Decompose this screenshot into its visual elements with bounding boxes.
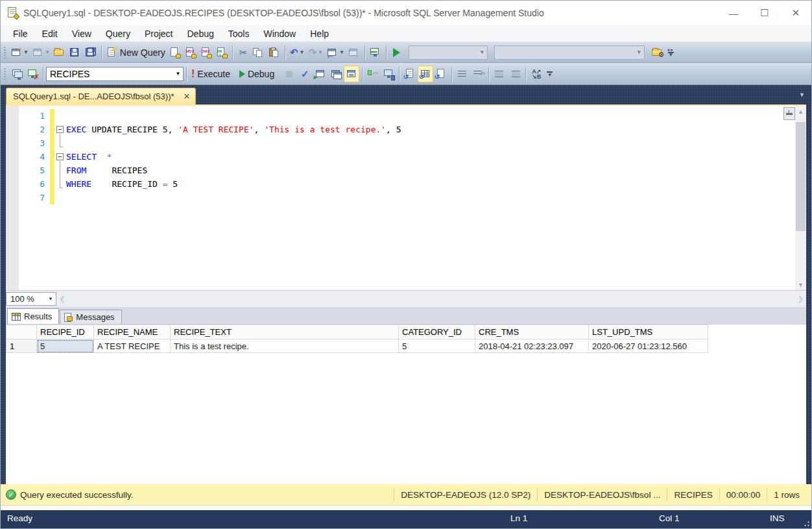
debug-button[interactable]: Debug: [237, 66, 276, 82]
tab-list-dropdown-icon[interactable]: ▼: [799, 92, 805, 98]
messages-icon: [64, 313, 73, 321]
close-button[interactable]: ✕: [780, 1, 811, 25]
menu-help[interactable]: Help: [303, 27, 336, 41]
menu-project[interactable]: Project: [137, 27, 180, 41]
change-tracking-bar: [50, 109, 54, 123]
row-header[interactable]: 1: [6, 339, 37, 353]
grid-cell[interactable]: A TEST RECIPE: [94, 339, 171, 353]
column-header-category_id[interactable]: CATEGORY_ID: [399, 325, 475, 339]
breakpoint-margin[interactable]: [6, 106, 19, 290]
estimated-plan-button[interactable]: ▸: [313, 66, 328, 82]
database-combobox[interactable]: RECIPES ▼: [46, 67, 184, 81]
column-header-recipe_text[interactable]: RECIPE_TEXT: [171, 325, 399, 339]
decrease-indent-button[interactable]: [492, 66, 507, 82]
maximize-button[interactable]: ☐: [749, 1, 780, 25]
toolbar-combobox-1[interactable]: ▼: [409, 45, 488, 60]
menu-view[interactable]: View: [65, 27, 99, 41]
grid-cell[interactable]: 5: [37, 339, 94, 353]
template-parameters-button[interactable]: ↔: [365, 66, 381, 82]
editor-vertical-scrollbar[interactable]: ▲ ▼: [795, 106, 806, 290]
scroll-right-icon[interactable]: ❯: [794, 295, 806, 303]
execute-button[interactable]: !Execute: [189, 66, 232, 82]
collapse-toggle[interactable]: [54, 123, 66, 136]
editor-line-7[interactable]: 7: [19, 191, 806, 204]
collapse-minus-icon[interactable]: [56, 126, 64, 133]
parse-button[interactable]: ✓: [297, 66, 313, 82]
start-button[interactable]: [389, 44, 405, 61]
tab-results[interactable]: Results: [7, 308, 59, 324]
save-all-button[interactable]: [83, 44, 99, 61]
grid-cell[interactable]: This is a test recipe.: [171, 339, 399, 353]
editor-line-5[interactable]: 5FROM RECIPES: [19, 164, 806, 177]
menu-debug[interactable]: Debug: [180, 27, 221, 41]
comment-button[interactable]: [455, 66, 470, 82]
code-editor[interactable]: 12EXEC UPDATE_RECIPE 5, 'A TEST RECIPE',…: [6, 106, 806, 290]
toolbar-overflow-button[interactable]: ▸▸▼: [668, 48, 674, 57]
scroll-left-icon[interactable]: ❮: [56, 295, 68, 303]
results-to-file-button[interactable]: ↺: [433, 66, 449, 82]
results-to-text-button[interactable]: ↺: [402, 66, 418, 82]
grid-cell[interactable]: 2018-04-21 02:23:23.097: [475, 339, 589, 353]
menu-edit[interactable]: Edit: [35, 27, 65, 41]
grid-corner-cell[interactable]: [6, 325, 37, 339]
toolbar-overflow-button[interactable]: ▼: [547, 71, 553, 77]
column-header-recipe_id[interactable]: RECIPE_ID: [37, 325, 94, 339]
increase-indent-button[interactable]: [507, 66, 523, 82]
menu-window[interactable]: Window: [256, 27, 303, 41]
navigate-backward-button[interactable]: ←▼: [325, 44, 346, 61]
grid-cell[interactable]: 5: [399, 339, 475, 353]
results-to-grid-button[interactable]: ↺: [418, 66, 433, 82]
editor-line-4[interactable]: 4SELECT *: [19, 150, 806, 164]
save-button[interactable]: [67, 44, 83, 61]
toolbar-grip[interactable]: [3, 46, 6, 59]
editor-line-1[interactable]: 1: [19, 109, 806, 123]
tab-sqlquery1[interactable]: SQLQuery1.sql - DE...ADEOJS\fbsol (53))*…: [6, 88, 196, 105]
collapse-minus-icon[interactable]: [56, 153, 64, 160]
undo-button[interactable]: ↶▼: [288, 44, 307, 61]
splitter-handle[interactable]: [783, 107, 795, 120]
mdx-query-button[interactable]: MDX: [183, 44, 198, 61]
cut-button[interactable]: ✂: [235, 44, 251, 61]
activity-monitor-button[interactable]: [368, 44, 383, 61]
find-in-files-button[interactable]: ⚙: [650, 44, 665, 61]
database-engine-query-button[interactable]: [167, 44, 183, 61]
close-tab-icon[interactable]: ✕: [184, 92, 191, 101]
query-options-button[interactable]: [328, 66, 344, 82]
minimize-button[interactable]: —: [718, 1, 749, 25]
zoom-combobox[interactable]: 100 % ▼: [6, 292, 56, 306]
new-query-button[interactable]: ⚡ New Query: [104, 44, 167, 61]
copy-button[interactable]: [251, 44, 267, 61]
scrollbar-thumb[interactable]: [796, 122, 806, 231]
editor-line-3[interactable]: 3: [19, 136, 806, 150]
grid-cell[interactable]: 2020-06-27 01:23:12.560: [589, 339, 708, 353]
new-project-button[interactable]: ✦▼: [9, 44, 30, 61]
client-statistics-button[interactable]: [381, 66, 396, 82]
editor-surface[interactable]: 12EXEC UPDATE_RECIPE 5, 'A TEST RECIPE',…: [19, 106, 806, 290]
change-connection-button[interactable]: ✗: [25, 66, 40, 82]
editor-line-6[interactable]: 6WHERE RECIPE_ID = 5: [19, 177, 806, 191]
menu-tools[interactable]: Tools: [221, 27, 257, 41]
save-icon: [70, 48, 78, 56]
menu-file[interactable]: File: [6, 27, 35, 41]
specify-template-values-button[interactable]: A↗↘B: [529, 66, 544, 82]
results-grid[interactable]: RECIPE_IDRECIPE_NAMERECIPE_TEXTCATEGORY_…: [6, 324, 806, 484]
mdx-query-icon: MDX: [185, 47, 196, 58]
resize-grip[interactable]: [802, 519, 810, 527]
column-header-lst_upd_tms[interactable]: LST_UPD_TMS: [589, 325, 708, 339]
dmx-query-icon: DMX: [200, 47, 211, 58]
connect-button[interactable]: [9, 66, 25, 82]
column-header-recipe_name[interactable]: RECIPE_NAME: [94, 325, 171, 339]
uncomment-button[interactable]: ↶: [470, 66, 486, 82]
toolbar-grip[interactable]: [3, 68, 6, 80]
intellisense-button[interactable]: [344, 66, 359, 82]
collapse-toggle[interactable]: [54, 150, 66, 164]
menu-query[interactable]: Query: [99, 27, 137, 41]
tab-messages[interactable]: Messages: [60, 310, 121, 324]
editor-line-2[interactable]: 2EXEC UPDATE_RECIPE 5, 'A TEST RECIPE', …: [19, 123, 806, 136]
open-file-button[interactable]: [52, 44, 67, 61]
paste-button[interactable]: [267, 44, 282, 61]
toolbar-combobox-2[interactable]: ▼: [494, 45, 645, 60]
dmx-query-button[interactable]: DMX: [198, 44, 214, 61]
column-header-cre_tms[interactable]: CRE_TMS: [475, 325, 589, 339]
xmla-query-button[interactable]: XMLA: [214, 44, 230, 61]
